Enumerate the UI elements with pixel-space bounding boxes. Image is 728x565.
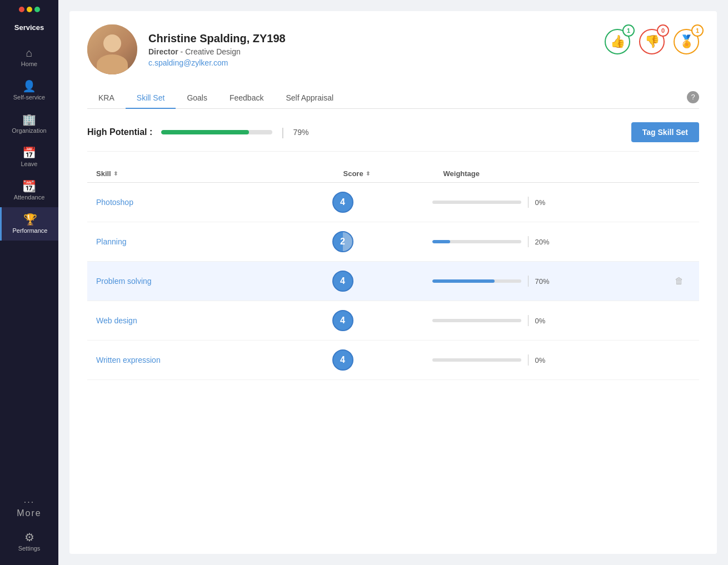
profile-dept-separator: - [181, 47, 186, 56]
weight-bar-written-expression [432, 358, 521, 362]
weight-percent-photoshop: 0% [535, 198, 555, 207]
more-dots-icon: ··· [24, 497, 34, 507]
content-area: Christine Spalding, ZY198 Director - Cre… [69, 11, 717, 554]
skill-name-photoshop[interactable]: Photoshop [96, 198, 332, 207]
sidebar-item-self-service[interactable]: 👤 Self-service [0, 74, 58, 107]
tabs-left: KRA Skill Set Goals Feedback Self Apprai… [87, 88, 345, 108]
weight-divider [528, 276, 528, 287]
weight-percent-written-expression: 0% [535, 356, 555, 364]
table-row: Photoshop 4 0% [87, 183, 699, 222]
sort-score-icon[interactable]: ⬍ [366, 171, 370, 177]
sidebar-label-performance: Performance [13, 227, 48, 234]
col-header-skill: Skill ⬍ [96, 169, 343, 178]
skill-name-web-design[interactable]: Web design [96, 316, 332, 325]
profile-info: Christine Spalding, ZY198 Director - Cre… [148, 32, 286, 67]
avatar [87, 24, 137, 74]
weight-divider [528, 354, 528, 366]
weight-fill-planning [432, 240, 450, 243]
score-badge-web-design: 4 [332, 310, 353, 331]
table-row: Web design 4 0% [87, 301, 699, 341]
weight-bar-problem-solving [432, 279, 521, 283]
weightage-photoshop: 0% [432, 197, 669, 208]
profile-department: Creative Design [185, 47, 241, 56]
settings-icon: ⚙ [24, 532, 34, 543]
award-badge[interactable]: 1 🏅 [674, 29, 699, 54]
score-badge-photoshop: 4 [332, 192, 353, 213]
main-content: Christine Spalding, ZY198 Director - Cre… [58, 0, 728, 565]
table-row: Planning 2 20% [87, 222, 699, 262]
profile-email[interactable]: c.spalding@zylker.com [148, 58, 286, 67]
high-potential-bar-fill [161, 130, 249, 134]
skill-name-problem-solving[interactable]: Problem solving [96, 277, 332, 286]
skill-name-planning[interactable]: Planning [96, 237, 332, 246]
tab-self-appraisal[interactable]: Self Appraisal [275, 88, 345, 109]
col-score-label: Score [343, 169, 363, 178]
weightage-problem-solving: 70% [432, 276, 669, 287]
sidebar-label-leave: Leave [21, 161, 38, 167]
sidebar-label-self-service: Self-service [13, 94, 45, 101]
high-potential-section: High Potential : | 79% Tag Skill Set [87, 122, 699, 152]
col-header-score: Score ⬍ [343, 169, 443, 178]
thumbs-down-badge[interactable]: 0 👎 [639, 29, 665, 54]
sidebar-label-organization: Organization [12, 127, 46, 134]
table-header: Skill ⬍ Score ⬍ Weightage [87, 165, 699, 183]
thumbs-up-count: 1 [622, 24, 635, 37]
services-label[interactable]: Services [14, 19, 44, 41]
table-row: Problem solving 4 70% 🗑 [87, 262, 699, 301]
sidebar-item-leave[interactable]: 📅 Leave [0, 141, 58, 174]
thumbs-up-badge[interactable]: 1 👍 [605, 29, 630, 54]
sidebar-label-more: More [17, 508, 41, 518]
sidebar-item-attendance[interactable]: 📆 Attendance [0, 174, 58, 207]
hp-divider: | [281, 126, 284, 139]
score-badge-planning: 2 [332, 231, 353, 252]
dot-yellow [27, 7, 32, 12]
weight-divider [528, 197, 528, 208]
profile-left: Christine Spalding, ZY198 Director - Cre… [87, 24, 286, 74]
high-potential-percent: 79% [293, 128, 309, 137]
weight-fill-problem-solving [432, 279, 495, 283]
weight-percent-problem-solving: 70% [535, 277, 555, 286]
tab-feedback[interactable]: Feedback [218, 88, 275, 109]
score-badge-written-expression: 4 [332, 349, 353, 371]
col-weightage-label: Weightage [443, 169, 480, 178]
app-logo [19, 7, 40, 12]
sidebar-item-organization[interactable]: 🏢 Organization [0, 107, 58, 141]
tab-goals[interactable]: Goals [176, 88, 218, 109]
dot-red [19, 7, 24, 12]
tag-skill-set-button[interactable]: Tag Skill Set [631, 122, 699, 142]
sidebar: Services ⌂ Home 👤 Self-service 🏢 Organiz… [0, 0, 58, 565]
tab-kra[interactable]: KRA [87, 88, 126, 109]
tab-skill-set[interactable]: Skill Set [126, 88, 176, 109]
high-potential-label: High Potential : [87, 127, 152, 137]
avatar-image [87, 24, 137, 74]
help-button[interactable]: ? [687, 91, 699, 103]
profile-role: Director [148, 47, 178, 56]
sidebar-item-settings[interactable]: ⚙ Settings [0, 525, 58, 558]
table-row: Written expression 4 0% [87, 341, 699, 380]
weight-divider [528, 315, 528, 326]
weight-percent-planning: 20% [535, 238, 555, 246]
sidebar-label-home: Home [21, 61, 37, 67]
weight-bar-photoshop [432, 201, 521, 204]
performance-icon: 🏆 [23, 214, 37, 225]
self-service-icon: 👤 [22, 81, 36, 92]
weightage-planning: 20% [432, 236, 669, 247]
sidebar-item-more[interactable]: ··· More [17, 491, 41, 525]
weightage-web-design: 0% [432, 315, 669, 326]
tabs: KRA Skill Set Goals Feedback Self Apprai… [87, 88, 699, 109]
rating-badges: 1 👍 0 👎 1 🏅 [605, 29, 699, 54]
profile-title: Director - Creative Design [148, 47, 286, 56]
home-icon: ⌂ [26, 47, 32, 58]
sidebar-item-home[interactable]: ⌂ Home [0, 41, 58, 74]
high-potential-bar-track [161, 130, 272, 134]
thumbs-down-count: 0 [657, 24, 669, 37]
organization-icon: 🏢 [22, 114, 36, 125]
sidebar-item-performance[interactable]: 🏆 Performance [0, 207, 58, 241]
attendance-icon: 📆 [22, 181, 36, 192]
weight-bar-planning [432, 240, 521, 243]
weight-percent-web-design: 0% [535, 317, 555, 325]
sort-skill-icon[interactable]: ⬍ [113, 171, 118, 177]
skill-name-written-expression[interactable]: Written expression [96, 356, 332, 364]
dot-green [34, 7, 40, 12]
delete-problem-solving[interactable]: 🗑 [668, 276, 690, 286]
